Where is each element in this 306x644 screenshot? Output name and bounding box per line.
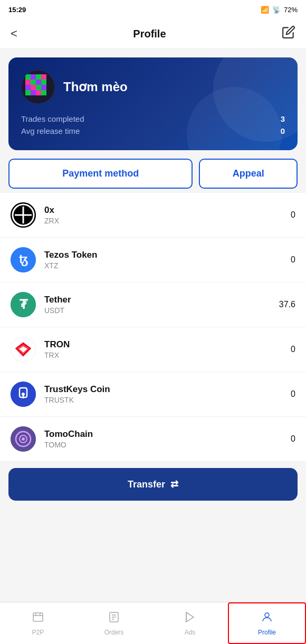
payment-method-button[interactable]: Payment method xyxy=(8,159,193,189)
p2p-label: P2P xyxy=(32,629,44,636)
token-value: 0 xyxy=(291,434,295,444)
profile-nav-icon xyxy=(261,611,273,627)
svg-rect-13 xyxy=(25,90,31,95)
battery-label: 72% xyxy=(284,6,298,14)
signal-icon: 📡 xyxy=(272,6,281,14)
svg-rect-2 xyxy=(31,74,36,80)
token-value: 0 xyxy=(291,210,295,220)
orders-label: Orders xyxy=(104,629,124,636)
orders-icon xyxy=(108,611,120,627)
status-bar: 15:29 📶 📡 72% xyxy=(0,0,306,19)
appeal-button[interactable]: Appeal xyxy=(199,159,298,189)
edit-button[interactable] xyxy=(282,25,295,42)
svg-text:ꜩ: ꜩ xyxy=(19,253,28,266)
list-item[interactable]: ꜩ Tezos Token XTZ 0 xyxy=(0,238,306,282)
svg-rect-5 xyxy=(25,80,31,85)
token-info: TRON TRX xyxy=(44,339,282,359)
token-value: 0 xyxy=(291,389,295,399)
p2p-icon xyxy=(32,611,44,627)
status-icons: 📶 📡 72% xyxy=(261,6,298,14)
token-value: 0 xyxy=(291,255,295,265)
avgtime-row: Avg release time 0 xyxy=(21,126,285,135)
svg-marker-46 xyxy=(186,612,194,622)
token-info: TrustKeys Coin TRUSTK xyxy=(44,384,282,404)
token-info: Tezos Token XTZ xyxy=(44,250,282,270)
trades-value: 3 xyxy=(281,114,285,123)
avatar xyxy=(21,70,55,104)
ads-label: Ads xyxy=(185,629,196,636)
profile-top: Thơm mèo xyxy=(21,70,285,104)
trades-label: Trades completed xyxy=(21,114,84,123)
list-item[interactable]: 0x ZRX 0 xyxy=(0,193,306,238)
token-icon-tomo xyxy=(11,426,36,452)
token-info: 0x ZRX xyxy=(44,205,282,225)
svg-rect-6 xyxy=(31,80,36,85)
transfer-label: Transfer xyxy=(128,479,165,490)
token-name: Tether xyxy=(44,295,271,305)
token-icon-trustk xyxy=(11,382,36,407)
token-icon-0x xyxy=(11,202,36,228)
nav-item-orders[interactable]: Orders xyxy=(76,602,152,644)
header: < Profile xyxy=(0,19,306,49)
nav-item-ads[interactable]: Ads xyxy=(152,602,228,644)
list-item[interactable]: TrustKeys Coin TRUSTK 0 xyxy=(0,372,306,417)
trades-row: Trades completed 3 xyxy=(21,114,285,123)
ads-icon xyxy=(184,611,196,627)
list-item[interactable]: TRON TRX 0 xyxy=(0,327,306,372)
svg-rect-4 xyxy=(41,74,46,80)
svg-point-48 xyxy=(265,613,269,617)
list-item[interactable]: TomoChain TOMO 0 xyxy=(0,417,306,462)
back-button[interactable]: < xyxy=(11,27,17,41)
nav-item-p2p[interactable]: P2P xyxy=(0,602,76,644)
avgtime-value: 0 xyxy=(281,126,285,135)
token-icon-trx xyxy=(11,337,36,362)
status-time: 15:29 xyxy=(8,6,26,14)
token-name: TrustKeys Coin xyxy=(44,384,282,395)
action-buttons: Payment method Appeal xyxy=(8,159,298,189)
token-info: Tether USDT xyxy=(44,295,271,315)
token-value: 37.6 xyxy=(279,300,295,309)
token-icon-usdt: ₮ xyxy=(11,292,36,317)
token-symbol: TRUSTK xyxy=(44,396,282,404)
svg-rect-9 xyxy=(25,85,31,90)
token-name: Tezos Token xyxy=(44,250,282,260)
svg-rect-38 xyxy=(33,613,43,621)
svg-text:₮: ₮ xyxy=(20,297,28,311)
svg-rect-16 xyxy=(41,90,46,95)
wifi-icon: 📶 xyxy=(261,6,269,14)
bottom-nav: P2P Orders Ads Profile xyxy=(0,602,306,644)
token-name: 0x xyxy=(44,205,282,216)
token-list: 0x ZRX 0 ꜩ Tezos Token XTZ 0 xyxy=(0,193,306,462)
token-symbol: USDT xyxy=(44,306,271,315)
svg-rect-14 xyxy=(31,90,36,95)
profile-card: Thơm mèo Trades completed 3 Avg release … xyxy=(8,57,298,150)
svg-point-37 xyxy=(22,437,25,441)
svg-rect-12 xyxy=(41,85,46,90)
token-symbol: TRX xyxy=(44,351,282,359)
svg-rect-10 xyxy=(31,85,36,90)
token-symbol: TOMO xyxy=(44,441,282,449)
avgtime-label: Avg release time xyxy=(21,126,80,135)
main-content: Thơm mèo Trades completed 3 Avg release … xyxy=(0,57,306,554)
svg-rect-11 xyxy=(36,85,41,90)
svg-rect-7 xyxy=(36,80,41,85)
profile-nav-label: Profile xyxy=(258,629,276,636)
transfer-icon: ⇄ xyxy=(170,479,178,490)
svg-point-32 xyxy=(22,393,25,396)
nav-item-profile[interactable]: Profile xyxy=(228,602,306,644)
token-symbol: ZRX xyxy=(44,217,282,225)
token-value: 0 xyxy=(291,345,295,354)
profile-username: Thơm mèo xyxy=(63,80,128,94)
token-icon-xtz: ꜩ xyxy=(11,247,36,272)
transfer-button[interactable]: Transfer ⇄ xyxy=(8,468,298,501)
token-info: TomoChain TOMO xyxy=(44,429,282,449)
svg-rect-3 xyxy=(36,74,41,80)
svg-rect-15 xyxy=(36,90,41,95)
token-name: TomoChain xyxy=(44,429,282,440)
token-name: TRON xyxy=(44,339,282,350)
svg-rect-8 xyxy=(41,80,46,85)
page-title: Profile xyxy=(133,28,166,40)
list-item[interactable]: ₮ Tether USDT 37.6 xyxy=(0,282,306,327)
token-symbol: XTZ xyxy=(44,261,282,270)
profile-stats: Trades completed 3 Avg release time 0 xyxy=(21,114,285,135)
